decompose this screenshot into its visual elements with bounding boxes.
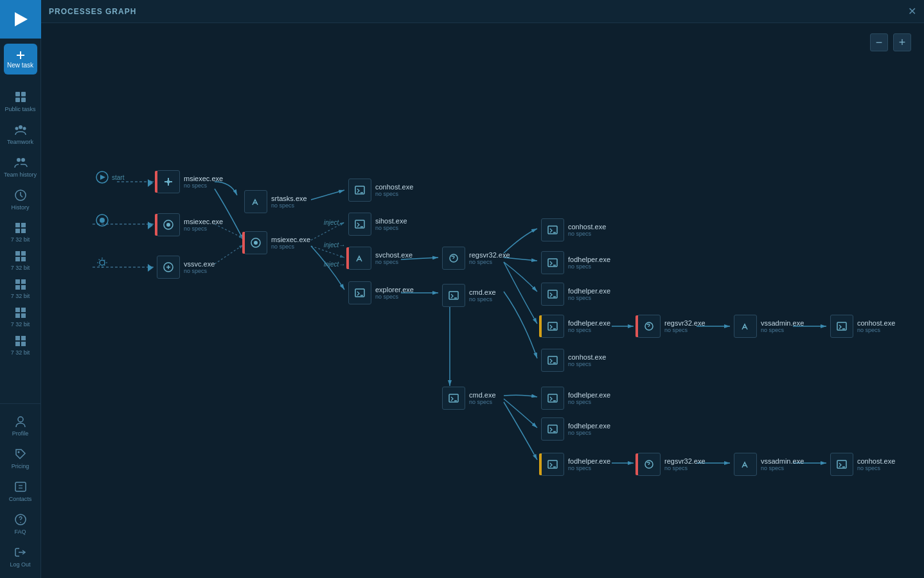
node-name-fodhelper3: fodhelper.exe [568,319,610,327]
sidebar-bottom: Profile Pricing Contacts FAQ [0,403,40,578]
svg-rect-29 [15,336,20,340]
node-name-cmd1: cmd.exe [469,288,496,296]
node-sub-msiexec1: no specs [184,182,223,189]
svg-point-87 [100,218,105,223]
node-explorer[interactable]: explorer.exe no specs [348,281,414,304]
node-icon-msiexec2 [157,213,180,236]
node-msiexec1[interactable]: msiexec.exe no specs [157,170,223,193]
win-item-4[interactable]: 7 32 bit [0,303,41,330]
win-label: 7 32 bit [11,349,30,356]
node-fodhelper1[interactable]: fodhelper.exe no specs [541,251,610,274]
sidebar-item-logout[interactable]: Log Out [0,540,41,573]
svg-line-48 [311,190,344,200]
node-vssvc[interactable]: vssvc.exe no specs [157,256,215,279]
node-name-conhost4: conhost.exe [857,319,895,327]
node-sub-regsvr32-3: no specs [664,465,706,471]
history-icon [13,188,28,202]
node-regsvr32-2[interactable]: regsvr32.exe no specs [637,315,706,338]
node-fodhelper4[interactable]: fodhelper.exe no specs [541,387,610,410]
play-circle-icon [95,170,109,184]
node-cmd1[interactable]: cmd.exe no specs [442,284,496,307]
sidebar-item-pricing[interactable]: Pricing [0,442,41,475]
plus-icon [15,50,26,60]
node-conhost2[interactable]: conhost.exe no specs [541,218,606,241]
sidebar-item-profile[interactable]: Profile [0,409,41,442]
sidebar-item-history[interactable]: History [0,183,41,216]
node-cmd2[interactable]: cmd.exe no specs [442,387,496,410]
svg-rect-14 [21,223,26,227]
node-sub-msiexec2: no specs [184,225,223,232]
node-msiexec2[interactable]: msiexec.exe no specs [157,213,223,236]
new-task-button[interactable]: New task [4,44,37,74]
node-sub-vssvc: no specs [184,268,215,274]
node-icon-explorer [348,281,371,304]
arrow-right-1 [143,178,153,189]
node-fodhelper2[interactable]: fodhelper.exe no specs [541,283,610,306]
sidebar-item-faq[interactable]: FAQ [0,507,41,540]
sidebar-item-teamwork[interactable]: Teamwork [0,118,41,150]
svg-rect-25 [15,308,20,312]
sidebar-item-contacts[interactable]: Contacts [0,475,41,507]
node-fodhelper3[interactable]: fodhelper.exe no specs [541,315,610,338]
node-name-fodhelper5: fodhelper.exe [568,422,610,430]
svg-rect-26 [21,308,26,312]
node-icon-srtasks [244,190,267,213]
windows-group: 7 32 bit 7 32 bit 7 32 bit [0,218,40,358]
sidebar-item-label: Teamwork [7,139,33,145]
zoom-out-button[interactable]: − [870,33,888,51]
node-srtasks[interactable]: srtasks.exe no specs [244,190,307,213]
windows-icon [13,249,28,263]
svg-rect-30 [21,336,26,340]
pricing-label: Pricing [12,463,30,469]
sidebar-item-public-tasks[interactable]: Public tasks [0,85,41,118]
node-icon-regsvr32-1 [442,247,465,270]
node-conhost4[interactable]: conhost.exe no specs [830,315,895,338]
windows-icon [13,334,28,348]
node-conhost1[interactable]: conhost.exe no specs [348,179,413,202]
app-logo [0,0,41,39]
tasks-icon [13,90,28,104]
svg-marker-89 [148,179,153,187]
svg-point-39 [20,522,21,523]
win-item-3[interactable]: 7 32 bit [0,275,41,302]
node-conhost5[interactable]: conhost.exe no specs [830,453,895,476]
svg-marker-90 [148,222,153,229]
node-name-fodhelper4: fodhelper.exe [568,391,610,399]
graph-area[interactable]: − + [41,23,924,578]
zoom-in-button[interactable]: + [893,33,911,51]
play-icon [10,8,31,30]
node-sihost[interactable]: sihost.exe no specs [348,213,407,236]
node-regsvr32-3[interactable]: regsvr32.exe no specs [637,453,706,476]
node-name-srtasks: srtasks.exe [271,195,307,202]
node-vssadmin2[interactable]: vssadmin.exe no specs [734,453,804,476]
svg-rect-21 [15,279,20,284]
node-icon-cmd2 [442,387,465,410]
arrow-right-2 [143,220,153,232]
node-name-conhost3: conhost.exe [568,353,606,361]
node-regsvr32-1[interactable]: regsvr32.exe no specs [442,247,510,270]
node-name-fodhelper6: fodhelper.exe [568,457,610,465]
node-name-msiexec1: msiexec.exe [184,175,223,182]
win-item-2[interactable]: 7 32 bit [0,247,41,274]
win-item-1[interactable]: 7 32 bit [0,218,41,245]
svg-rect-3 [15,92,20,96]
node-msiexec3[interactable]: msiexec.exe no specs [244,231,310,254]
node-icon-regsvr32-2 [637,315,661,338]
node-svchost[interactable]: svchost.exe no specs [348,247,413,270]
contacts-label: Contacts [9,496,32,502]
win-item-5[interactable]: 7 32 bit [0,331,41,358]
node-sub-conhost3: no specs [568,361,606,367]
node-sub-vssadmin2: no specs [761,465,804,471]
close-button[interactable]: ✕ [908,6,916,17]
node-sub-vssadmin1: no specs [761,327,804,333]
node-fodhelper5[interactable]: fodhelper.exe no specs [541,417,610,441]
node-conhost3[interactable]: conhost.exe no specs [541,349,606,372]
svg-rect-16 [21,229,26,233]
node-fodhelper6[interactable]: fodhelper.exe no specs [541,453,610,476]
node-vssadmin1[interactable]: vssadmin.exe no specs [734,315,804,338]
sidebar-item-team-history[interactable]: Team history [0,150,41,183]
node-icon-fodhelper3 [541,315,564,338]
node-sub-svchost: no specs [375,259,413,265]
svg-rect-24 [21,285,26,290]
node-name-regsvr32-2: regsvr32.exe [664,319,706,327]
